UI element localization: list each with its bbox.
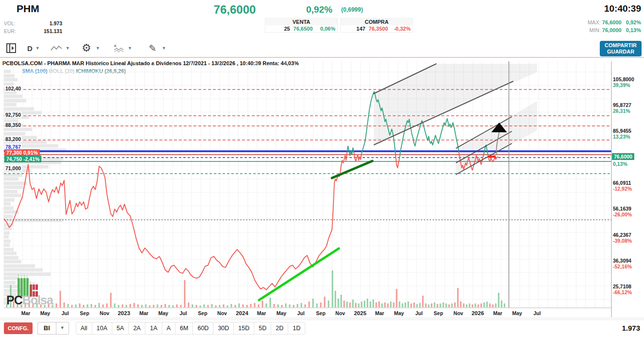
- logo-bolsa-text: Bolsa: [22, 293, 53, 307]
- svg-text:May: May: [40, 310, 51, 316]
- svg-text:Nov: Nov: [453, 310, 463, 316]
- svg-text:Jul: Jul: [297, 310, 304, 316]
- right-scale-label-5: 46,2367-39,08%: [613, 232, 632, 244]
- svg-text:Mar: Mar: [493, 310, 503, 316]
- svg-text:Mar: Mar: [257, 310, 266, 316]
- right-scale-label-1: 95,872726,31%: [613, 102, 631, 114]
- right-scale-label-6: 36,3094-52,16%: [613, 258, 632, 269]
- svg-text:Mar: Mar: [375, 310, 384, 316]
- right-scale-label-2: 85,945513,23%: [613, 128, 631, 140]
- svg-text:Mar: Mar: [139, 310, 149, 316]
- left-price-label-1: 92,750: [4, 112, 22, 118]
- svg-text:Jul: Jul: [415, 310, 422, 316]
- right-scale-label-7: 25,7108-66,12%: [613, 284, 632, 295]
- svg-text:May: May: [512, 310, 522, 316]
- svg-text:May: May: [158, 310, 169, 316]
- low-level-badge: 74,750 -2,41%: [4, 156, 41, 162]
- current-price-badge: 76,6000: [612, 153, 634, 160]
- pcbolsa-logo: PCBolsa: [6, 293, 53, 307]
- current-price-sub-pct: 0,13%: [613, 161, 627, 167]
- prev-close-badge: 77,300 0,91%: [4, 149, 40, 156]
- left-price-label-2: 88,350: [4, 122, 22, 128]
- svg-text:Mar: Mar: [21, 310, 31, 316]
- app-window: PHM VOL: 1.973 EUR: 151.131 76,6000 0,92…: [0, 0, 644, 337]
- svg-text:Jul: Jul: [61, 310, 69, 316]
- svg-text:2024: 2024: [236, 310, 248, 316]
- svg-text:Sep: Sep: [316, 310, 325, 316]
- svg-text:Nov: Nov: [217, 310, 227, 316]
- svg-text:2025: 2025: [354, 310, 366, 316]
- svg-text:Jul: Jul: [533, 310, 540, 316]
- svg-text:2026: 2026: [471, 310, 484, 316]
- left-price-label-0: 102,40: [4, 86, 22, 91]
- logo-pc-text: PC: [6, 293, 22, 307]
- svg-text:May: May: [277, 310, 287, 316]
- svg-text:Nov: Nov: [335, 310, 345, 316]
- svg-text:Jul: Jul: [179, 310, 187, 316]
- svg-text:Sep: Sep: [434, 310, 443, 316]
- right-scale-label-4: 56,1639-26,00%: [613, 206, 632, 217]
- right-scale-label-3: 66,0911-12,92%: [613, 180, 632, 192]
- svg-text:2023: 2023: [118, 310, 130, 316]
- svg-text:Nov: Nov: [100, 310, 109, 316]
- price-chart-canvas[interactable]: MarMayJulSepNov2023MarMayJulSepNov2024Ma…: [0, 0, 644, 337]
- left-price-label-3: 83,200: [4, 136, 22, 142]
- svg-text:Sep: Sep: [198, 310, 207, 316]
- svg-text:May: May: [394, 310, 404, 316]
- left-price-label-7: 71,000: [4, 165, 22, 171]
- svg-text:Sep: Sep: [80, 310, 89, 316]
- right-scale-label-0: 105,800039,39%: [613, 76, 634, 88]
